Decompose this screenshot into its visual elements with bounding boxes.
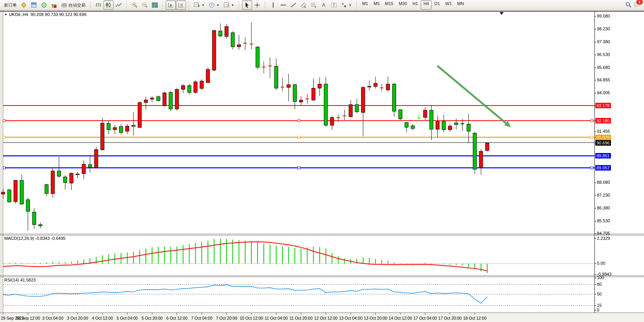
time-axis-label: 12 Oct 12:00 [314,316,337,320]
price-axis-label: 94.855 [597,77,610,82]
crosshair-icon [254,2,260,8]
timeframe-m1-button[interactable]: M1 [360,0,371,10]
navigator-button[interactable] [39,0,49,10]
rsi-axis-label: 100 [597,275,604,280]
toolbar-group-scroll [165,0,187,10]
time-axis-label: 18 Oct 12:00 [463,316,486,320]
svg-text:E: E [304,6,306,8]
price-line-label: 93.178 [595,103,611,108]
time-axis-label: 3 Oct 20:00 [67,316,88,320]
arrows-button[interactable]: ▼ [339,0,354,10]
equidistant-channel-button[interactable]: E [298,0,309,10]
chevron-down-icon[interactable]: ▼ [216,4,219,7]
market-watch-button[interactable] [19,0,29,10]
zoom-in-button[interactable] [130,0,140,10]
zoom-out-icon [142,2,148,8]
timeframe-mn-button[interactable]: MN [454,0,467,10]
fibo-icon: F [311,2,317,8]
toolbar-separator [89,1,91,9]
candlestick-chart-button[interactable] [104,0,114,10]
text-button[interactable]: A [319,0,329,10]
time-axis-label: 6 Oct 12:00 [166,316,187,320]
timeframe-h1-button[interactable]: H1 [410,0,421,10]
rsi-axis-label: 80 [597,282,602,287]
chart-shift-button[interactable] [176,0,186,10]
timeframe-m5-button[interactable]: M5 [371,0,382,10]
auto-scroll-button[interactable] [166,0,176,10]
line-handle[interactable] [298,167,300,169]
trendline-button[interactable] [288,0,298,10]
line-handle[interactable] [3,120,5,122]
line-handle[interactable] [591,120,593,122]
ohlc-values: 90.208 90.733 90.123 90.696 [31,12,87,17]
new-chart-button[interactable]: ▼ [192,0,207,10]
profiles-button[interactable]: ▼ [207,0,221,10]
svg-text:F: F [315,6,316,8]
price-line-label: 89.851 [595,153,611,158]
candlestick [169,91,172,111]
toolbar-separator [188,1,190,9]
line-chart-button[interactable] [114,0,124,10]
candlestick [14,180,17,204]
time-axis-label: 5 Oct 04:00 [117,316,138,320]
line-handle[interactable] [3,167,5,169]
timeframe-m15-button[interactable]: M15 [382,0,396,10]
clock-icon [209,2,215,8]
toolbar-separator [126,1,128,9]
chevron-down-icon[interactable]: ▼ [349,4,352,7]
cursor-button[interactable] [242,0,252,10]
toolbar-group-zoom [128,0,161,10]
candlestick [392,83,396,116]
bar-chart-icon [95,2,102,8]
time-axis-label: 17 Oct 04:00 [414,316,437,320]
autotrade-icon [61,2,67,8]
data-window-button[interactable] [29,0,39,10]
time-axis-label: 17 Oct 20:00 [438,316,462,320]
toolbar-separator [264,1,266,9]
line-handle[interactable] [591,136,593,139]
auto-scroll-icon [168,2,174,8]
toolbar-separator [162,1,164,9]
tile-windows-button[interactable] [150,0,160,10]
line-handle[interactable] [298,120,300,122]
price-axis-label: 84.705 [597,231,610,236]
timeframe-w1-button[interactable]: W1 [442,0,454,10]
terminal-button[interactable] [49,0,59,10]
crosshair-button[interactable] [252,0,262,10]
collapse-triangle-icon[interactable]: ▼ [4,13,7,16]
candlestick [206,67,210,83]
quote-line: ▼UKOil-,H4 90.208 90.733 90.123 90.696 [4,12,86,17]
zoom-out-button[interactable] [140,0,150,10]
data-window-icon [31,2,37,8]
autotrading-button[interactable]: 自动交易 [59,0,88,10]
line-handle[interactable] [3,136,5,139]
timeframe-m30-button[interactable]: M30 [396,0,410,10]
tile-windows-icon [152,2,158,8]
line-handle[interactable] [591,167,593,169]
chevron-down-icon[interactable]: ▼ [231,4,234,7]
price-axis-label: 86.380 [597,206,610,210]
line-handle[interactable] [298,136,300,139]
chevron-down-icon[interactable]: ▼ [202,4,205,7]
chat-icon[interactable]: 1 [634,2,640,9]
vertical-line-button[interactable] [268,0,278,10]
terminal-icon [51,2,57,8]
shapes-icon [341,2,347,8]
search-icon[interactable] [625,2,632,9]
timeframe-d1-button[interactable]: D1 [432,0,442,10]
text-label-button[interactable]: T [329,0,339,10]
templates-button[interactable]: ▼ [221,0,236,10]
left-margin [0,11,3,322]
new-order-button[interactable]: 新订单 [2,0,19,10]
time-axis-label: 7 Oct 20:00 [216,316,237,320]
navigator-icon [41,2,47,8]
bar-chart-button[interactable] [93,0,104,10]
symbol-period-label: UKOil-,H4 [9,12,28,17]
horizontal-line-button[interactable] [278,0,288,10]
price-line-label: 89.057 [595,165,611,171]
time-axis-label: 11 Oct 04:00 [265,316,288,320]
fibonacci-button[interactable]: F [309,0,319,10]
price-line-label: 91.079 [595,135,611,140]
timeframe-h4-button[interactable]: H4 [421,0,432,10]
candlestick [95,147,98,169]
